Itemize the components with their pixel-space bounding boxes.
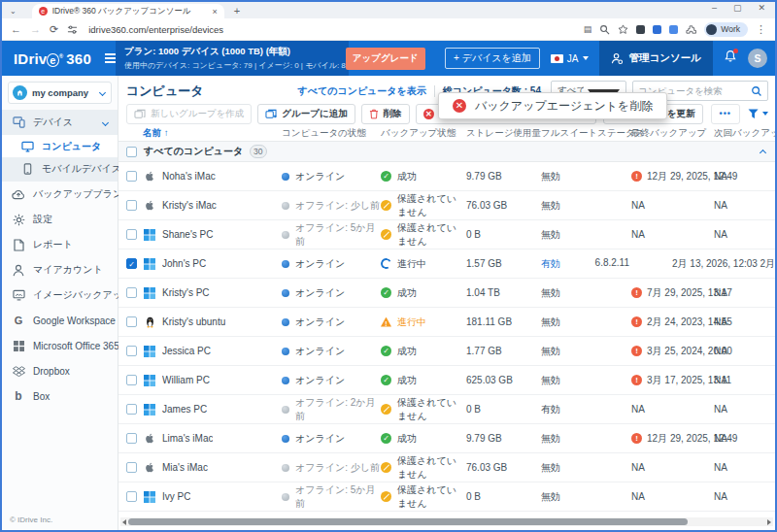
column-backup-status[interactable]: バックアップ状態 — [381, 127, 466, 140]
success-icon: ✓ — [381, 287, 391, 298]
device-name[interactable]: Lima's iMac — [162, 433, 213, 444]
row-checkbox[interactable] — [126, 433, 137, 444]
sidebar-item--[interactable]: 設定 — [2, 207, 118, 232]
device-name[interactable]: John's PC — [162, 258, 206, 269]
table-row[interactable]: Ivy PCオフライン: 5か月前保護されていません0 B無効NANA — [118, 482, 775, 512]
row-checkbox[interactable]: ✓ — [126, 258, 137, 269]
table-row[interactable]: Noha's iMacオンライン✓成功9.79 GB無効!12月 29, 202… — [118, 162, 775, 191]
group-row-all-computers[interactable]: すべてのコンピュータ 30 — [118, 142, 775, 162]
table-row[interactable]: Kristy's PCオンライン✓成功1.04 TB無効!7月 29, 2025… — [118, 279, 775, 308]
device-name[interactable]: Kristy's iMac — [162, 200, 217, 211]
scroll-right-icon[interactable] — [767, 519, 771, 525]
table-row[interactable]: Mia's iMacオフライン: 少し前保護されていません76.03 GB無効N… — [118, 453, 775, 482]
table-row[interactable]: ✓John's PCオンライン進行中1.57 GB有効6.8.2.112月 13… — [118, 249, 775, 279]
delete-button[interactable]: 削除 — [361, 104, 410, 124]
notifications-bell-icon[interactable] — [724, 50, 737, 67]
upgrade-button[interactable]: アップグレード — [346, 48, 425, 70]
user-avatar[interactable]: S — [748, 49, 767, 68]
row-checkbox[interactable] — [126, 404, 137, 415]
add-device-button[interactable]: + デバイスを追加 — [445, 48, 540, 69]
bookmark-star-icon[interactable] — [618, 24, 628, 35]
create-group-button[interactable]: 新しいグループを作成 — [126, 104, 252, 124]
window-minimize-button[interactable]: – — [712, 3, 717, 13]
device-name[interactable]: Mia's iMac — [162, 462, 208, 473]
row-checkbox[interactable] — [126, 462, 137, 473]
table-row[interactable]: Jessica PCオンライン✓成功1.77 GB無効!3月 25, 2024,… — [118, 337, 775, 366]
site-settings-icon[interactable] — [67, 24, 78, 35]
browser-tab[interactable]: e IDrive® 360 バックアップコンソール × — [32, 4, 224, 18]
new-tab-button[interactable]: + — [234, 5, 240, 17]
table-row[interactable]: Kristy's iMacオフライン: 少し前保護されていません76.03 GB… — [118, 191, 775, 220]
table-row[interactable]: Lima's iMacオンライン✓成功9.79 GB無効!12月 29, 202… — [118, 424, 775, 453]
sidebar-item-dropbox[interactable]: Dropbox — [2, 358, 118, 383]
extension-icon[interactable] — [669, 25, 678, 34]
sidebar-item--[interactable]: デバイス — [2, 110, 118, 135]
device-name[interactable]: Kristy's ubuntu — [162, 316, 225, 327]
sidebar-item-google-workspace[interactable]: GGoogle Workspace — [2, 308, 118, 333]
more-actions-button[interactable]: ••• — [711, 104, 740, 124]
row-checkbox[interactable] — [126, 229, 137, 240]
browser-menu-icon[interactable]: ⋮ — [756, 23, 766, 36]
forward-icon[interactable]: → — [30, 23, 41, 35]
device-name[interactable]: Ivy PC — [162, 491, 190, 502]
url-text[interactable]: idrive360.com/enterprise/devices — [88, 24, 223, 35]
extension-icon[interactable] — [636, 25, 645, 34]
device-name[interactable]: Noha's iMac — [162, 171, 216, 182]
table-row[interactable]: James PCオフライン: 2か月前保護されていません0 B有効NANA — [118, 395, 775, 424]
row-checkbox[interactable] — [126, 375, 137, 385]
window-maximize-button[interactable]: ▢ — [733, 3, 742, 13]
delete-backup-agent-popup[interactable]: ✕ バックアップエージェントを削除 — [438, 92, 667, 119]
column-computer-status[interactable]: コンピュータの状態 — [282, 127, 381, 140]
column-storage[interactable]: ストレージ使用量 — [466, 127, 541, 140]
collapse-chevron-icon[interactable] — [760, 150, 766, 156]
group-checkbox[interactable] — [126, 147, 137, 157]
show-all-computers-link[interactable]: すべてのコンピュータを表示 — [297, 84, 425, 98]
language-selector[interactable]: JA — [551, 53, 589, 64]
table-row[interactable]: Shane's PCオフライン: 5か月前保護されていません0 B無効NANA — [118, 220, 775, 249]
row-checkbox[interactable] — [126, 171, 137, 182]
company-selector[interactable]: my company — [8, 82, 112, 104]
column-last-backup[interactable]: 最終バックアップ — [631, 127, 714, 140]
row-checkbox[interactable] — [126, 200, 137, 211]
row-checkbox[interactable] — [126, 287, 137, 298]
device-name[interactable]: William PC — [162, 375, 210, 385]
back-icon[interactable]: ← — [11, 23, 21, 35]
sidebar-item-microsoft-office-365[interactable]: Microsoft Office 365 — [2, 333, 118, 358]
reload-icon[interactable]: ⟳ — [50, 23, 58, 36]
window-close-button[interactable]: ✕ — [758, 3, 765, 13]
sidebar-item--[interactable]: コンピュータ — [2, 135, 118, 157]
table-row[interactable]: William PCオンライン✓成功625.03 GB無効!3月 17, 202… — [118, 366, 775, 395]
filter-button[interactable] — [748, 109, 768, 119]
row-checkbox[interactable] — [126, 491, 137, 502]
admin-console-button[interactable]: 管理コンソール — [599, 41, 713, 76]
sidebar-item--[interactable]: モバイルデバイス — [2, 157, 118, 180]
scrollbar-thumb[interactable] — [128, 518, 688, 525]
horizontal-scrollbar[interactable] — [120, 517, 773, 526]
add-to-group-button[interactable]: グループに追加 — [257, 104, 355, 124]
device-name[interactable]: James PC — [162, 404, 207, 415]
scroll-left-icon[interactable] — [122, 519, 126, 525]
row-checkbox[interactable] — [126, 346, 137, 356]
table-row[interactable]: Kristy's ubuntuオンライン!進行中181.11 GB無効!2月 2… — [118, 308, 775, 337]
device-name[interactable]: Jessica PC — [162, 346, 211, 356]
sidebar-item--[interactable]: レポート — [2, 232, 118, 257]
tab-search-icon[interactable]: ⌄ — [10, 7, 17, 16]
sidebar-item-box[interactable]: bBox — [2, 383, 118, 409]
column-next-backup[interactable]: 次回バックアップ — [714, 127, 775, 140]
column-name[interactable]: 名前 ↑ — [118, 127, 282, 140]
sidebar-devices-group: デバイスコンピュータモバイルデバイス — [2, 110, 118, 182]
search-icon[interactable] — [751, 85, 762, 97]
browser-profile[interactable]: Work — [704, 22, 748, 37]
column-fullsuite-status[interactable]: フルスイートステータス — [541, 127, 631, 140]
zoom-icon[interactable] — [599, 24, 610, 35]
extension-icon[interactable] — [653, 25, 661, 34]
sidebar-item--[interactable]: バックアッププラン — [2, 182, 118, 207]
tab-close-icon[interactable]: × — [212, 7, 217, 17]
sidebar-item--[interactable]: マイアカウント — [2, 257, 118, 283]
row-checkbox[interactable] — [126, 316, 137, 327]
device-name[interactable]: Shane's PC — [162, 229, 214, 240]
extensions-puzzle-icon[interactable] — [686, 24, 696, 35]
sidebar-item--[interactable]: イメージバックアップ? — [2, 283, 118, 308]
device-name[interactable]: Kristy's PC — [162, 287, 210, 298]
reading-mode-icon[interactable]: ▤ — [584, 24, 592, 34]
